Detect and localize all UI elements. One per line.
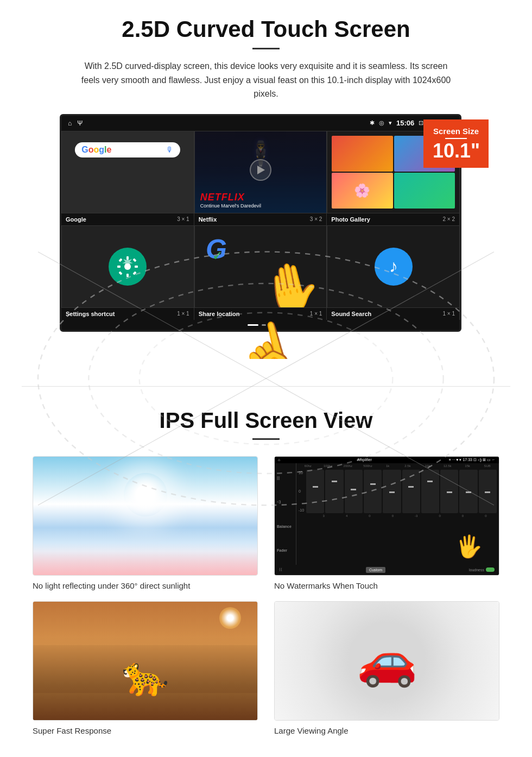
car-image: 🚗: [274, 601, 499, 721]
screen-size-badge: Screen Size 10.1": [423, 119, 489, 168]
badge-divider: [445, 138, 467, 139]
car-top-icon: 🚗: [357, 632, 417, 689]
badge-size: 10.1": [433, 140, 480, 162]
car-visual: 🚗: [275, 602, 499, 720]
badge-title: Screen Size: [433, 127, 479, 136]
feature-grid: No light reflecting under 360° direct su…: [33, 456, 499, 735]
section-ips: IPS Full Screen View No light reflecting…: [0, 403, 532, 752]
feature-car: 🚗 Large Viewing Angle: [274, 601, 499, 735]
